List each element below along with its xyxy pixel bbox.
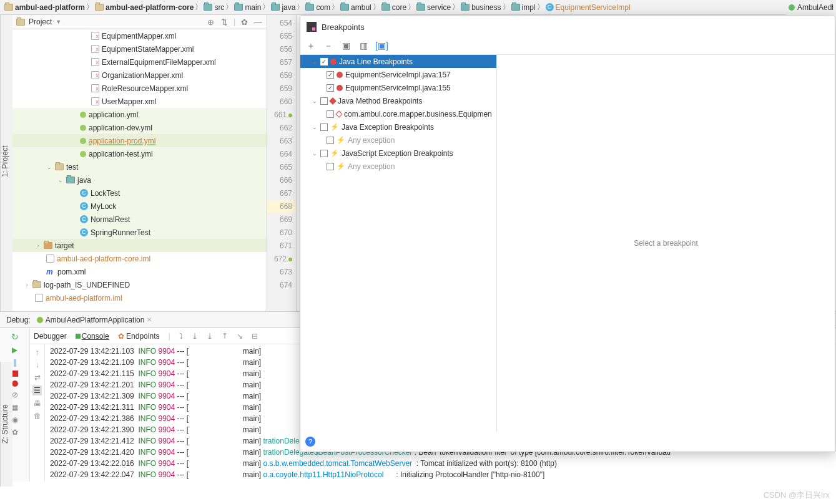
tree-item[interactable]: CLockTest	[12, 187, 267, 200]
checkbox-icon[interactable]	[320, 150, 328, 157]
stop-icon[interactable]	[12, 371, 18, 377]
tree-item[interactable]: OrganizationMapper.xml	[12, 69, 267, 82]
checkbox-icon[interactable]: ✓	[327, 71, 334, 79]
gear-icon[interactable]: ✿	[239, 17, 249, 27]
remove-icon[interactable]: －	[323, 41, 334, 52]
tree-item[interactable]: application-prod.yml	[12, 134, 267, 147]
checkbox-icon[interactable]	[327, 137, 334, 144]
breadcrumb-item[interactable]: ambul-aed-platform-core	[94, 3, 195, 12]
breadcrumb-item[interactable]: ambul-aed-platform	[3, 3, 86, 12]
tree-item[interactable]: ›log-path_IS_UNDEFINED	[12, 278, 267, 291]
bp-item[interactable]: com.ambul.core.mapper.business.Equipmen	[300, 107, 496, 120]
down-icon[interactable]: ↓	[36, 361, 39, 369]
step-out-icon[interactable]: ⤒	[222, 332, 228, 341]
project-tree[interactable]: EquipmentMapper.xmlEquipmentStateMapper.…	[12, 29, 267, 311]
tree-item[interactable]: RoleResourceMapper.xml	[12, 82, 267, 95]
tree-item[interactable]: application.yml	[12, 108, 267, 121]
bp-group[interactable]: ⌄✓Java Line Breakpoints	[300, 55, 496, 68]
step-into-icon[interactable]: ⤓	[207, 332, 213, 341]
checkbox-icon[interactable]	[327, 110, 334, 118]
tree-item[interactable]: CNormalRest	[12, 213, 267, 226]
wrap2-icon[interactable]: ☰	[32, 385, 42, 395]
step-over-icon[interactable]: ⤓	[192, 332, 198, 341]
rerun-icon[interactable]: ↻	[11, 332, 19, 342]
checkbox-icon[interactable]	[320, 124, 328, 131]
tree-item[interactable]: ⌄test	[12, 160, 267, 173]
tree-item[interactable]: application-test.yml	[12, 147, 267, 160]
run-config-tab[interactable]: AmbulAedPlatformApplication ✕	[37, 316, 152, 324]
tree-item[interactable]: UserMapper.xml	[12, 95, 267, 108]
file-tab-right[interactable]: AmbulAedl	[786, 0, 836, 15]
editor-gutter[interactable]: 6546556566576586596606616626636646656666…	[267, 15, 297, 311]
close-icon[interactable]: ✕	[147, 316, 152, 323]
breadcrumb-item[interactable]: src	[202, 3, 225, 12]
dialog-title-bar[interactable]: Breakpoints	[300, 16, 835, 37]
tree-item[interactable]: CMyLock	[12, 200, 267, 213]
checkbox-icon[interactable]	[320, 97, 328, 105]
breadcrumb-item[interactable]: com	[304, 3, 332, 12]
tree-item[interactable]: EquipmentStateMapper.xml	[12, 42, 267, 56]
help-icon[interactable]: ?	[305, 437, 315, 447]
tree-item[interactable]: application-dev.yml	[12, 121, 267, 134]
dropdown-icon[interactable]: ▼	[56, 19, 61, 25]
group-by-package-icon[interactable]: [▣]	[375, 41, 386, 52]
breadcrumb-item[interactable]: java	[270, 3, 297, 12]
bp-item[interactable]: ✓EquipmentServiceImpl.java:157	[300, 68, 496, 81]
breadcrumb-item[interactable]: impl	[510, 3, 537, 12]
tree-item[interactable]: ambul-aed-platform-core.iml	[12, 252, 267, 265]
debug-label: Debug:	[6, 316, 31, 324]
bp-group[interactable]: ⌄⚡Java Exception Breakpoints	[300, 120, 496, 133]
minimize-icon[interactable]: —	[253, 17, 263, 27]
sidebar-tab-structure[interactable]: Z: Structure	[0, 362, 12, 487]
resume-icon[interactable]: ▶	[12, 346, 17, 354]
add-icon[interactable]: ＋	[305, 41, 317, 52]
breadcrumb-item[interactable]: ambul	[339, 3, 373, 12]
run-to-icon[interactable]: ↘	[237, 332, 243, 341]
view-breakpoints-icon[interactable]	[12, 380, 18, 387]
breadcrumb-item[interactable]: service	[415, 3, 452, 12]
up-icon[interactable]: ↑	[36, 348, 39, 357]
debugger-tab[interactable]: Debugger	[34, 332, 67, 341]
mute-bp-icon[interactable]: ⊘	[12, 390, 18, 399]
camera-icon[interactable]: ◉	[12, 415, 18, 424]
sidebar-tab-project[interactable]: 1: Project	[0, 15, 12, 311]
bp-group[interactable]: ⌄Java Method Breakpoints	[300, 94, 496, 107]
bp-group[interactable]: ⌄⚡JavaScript Exception Breakpoints	[300, 147, 496, 160]
wrap-icon[interactable]: ⇄	[34, 373, 41, 382]
folder-icon	[66, 177, 75, 183]
tree-item[interactable]: ambul-aed-platform.iml	[12, 291, 267, 304]
breadcrumb-item[interactable]: core	[380, 3, 408, 12]
locate-icon[interactable]: ⊕	[206, 17, 216, 27]
tree-item[interactable]: ⌄java	[12, 173, 267, 187]
class-icon: C	[80, 189, 88, 197]
breadcrumb-item[interactable]: main	[233, 3, 262, 12]
project-panel: Project ▼ ⊕ ⇅ | ✿ — EquipmentMapper.xmlE…	[12, 15, 267, 311]
checkbox-icon[interactable]: ✓	[320, 58, 328, 65]
class-icon: C	[80, 215, 88, 223]
settings-icon[interactable]: ✿	[12, 428, 18, 437]
group-by-file-icon[interactable]: ▣	[340, 41, 352, 52]
tree-item[interactable]: CSpringRunnerTest	[12, 226, 267, 239]
tree-item[interactable]: EquipmentMapper.xml	[12, 29, 267, 42]
group-by-class-icon[interactable]: ▥	[358, 41, 369, 52]
bp-item[interactable]: ✓EquipmentServiceImpl.java:155	[300, 81, 496, 94]
step-down-icon[interactable]: ⤵	[179, 332, 183, 341]
spring-icon	[789, 4, 795, 11]
tree-item[interactable]: ›target	[12, 239, 267, 252]
breadcrumb-item[interactable]: CEquipmentServiceImpl	[544, 3, 632, 12]
pause-icon[interactable]: ‖	[13, 358, 17, 367]
checkbox-icon[interactable]	[327, 163, 334, 170]
print-icon[interactable]: 🖶	[34, 399, 41, 408]
bp-item[interactable]: ⚡Any exception	[300, 160, 496, 173]
clear-icon[interactable]: 🗑	[34, 412, 41, 420]
eval-icon[interactable]: ⊟	[252, 332, 258, 341]
console-tab[interactable]: Console	[76, 332, 109, 341]
tree-item[interactable]: ExternalEquipmentFileMapper.xml	[12, 56, 267, 69]
tree-item[interactable]: mpom.xml	[12, 265, 267, 278]
chevron-icon[interactable]: ⇅	[220, 17, 230, 27]
breadcrumb-item[interactable]: business	[460, 3, 502, 12]
bp-item[interactable]: ⚡Any exception	[300, 133, 496, 147]
endpoints-tab[interactable]: ✿ Endpoints	[118, 332, 160, 341]
breakpoints-tree[interactable]: ⌄✓Java Line Breakpoints✓EquipmentService…	[300, 55, 497, 432]
checkbox-icon[interactable]: ✓	[327, 84, 334, 92]
